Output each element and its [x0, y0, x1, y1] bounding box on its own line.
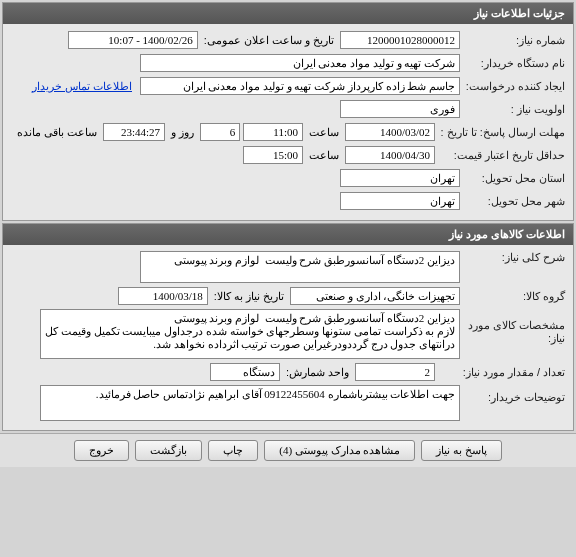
back-button[interactable]: بازگشت: [135, 440, 202, 461]
qty-input[interactable]: [355, 363, 435, 381]
buyer-label: نام دستگاه خریدار:: [460, 57, 565, 70]
days-left-input[interactable]: [200, 123, 240, 141]
d-city-input[interactable]: [340, 192, 460, 210]
panel2-header: اطلاعات کالاهای مورد نیاز: [3, 224, 573, 245]
price-valid-date-input[interactable]: [345, 146, 435, 164]
need-details-panel: جزئیات اطلاعات نیاز شماره نیاز: تاریخ و …: [2, 2, 574, 221]
priority-label: اولویت نیاز :: [460, 103, 565, 116]
request-no-input[interactable]: [340, 31, 460, 49]
unit-label: واحد شمارش:: [280, 366, 355, 379]
d-city-label: شهر محل تحویل:: [460, 195, 565, 208]
gen-desc-label: شرح کلی نیاز:: [460, 251, 565, 264]
contact-link[interactable]: اطلاعات تماس خریدار: [32, 80, 132, 93]
gen-desc-textarea[interactable]: [140, 251, 460, 283]
need-by-input[interactable]: [118, 287, 208, 305]
priority-input[interactable]: [340, 100, 460, 118]
reply-button[interactable]: پاسخ به نیاز: [421, 440, 502, 461]
goods-info-panel: اطلاعات کالاهای مورد نیاز شرح کلی نیاز: …: [2, 223, 574, 431]
group-label: گروه کالا:: [460, 290, 565, 303]
button-bar: پاسخ به نیاز مشاهده مدارک پیوستی (4) چاپ…: [0, 433, 576, 467]
need-by-label: تاریخ نیاز به کالا:: [208, 290, 290, 303]
unit-input[interactable]: [210, 363, 280, 381]
price-valid-label: حداقل تاریخ اعتبار قیمت:: [435, 149, 565, 162]
day-and-label: روز و: [165, 126, 200, 139]
time-label-2: ساعت: [303, 149, 345, 162]
creator-label: ایجاد کننده درخواست:: [460, 80, 565, 93]
spec-textarea[interactable]: [40, 309, 460, 359]
public-time-input[interactable]: [68, 31, 198, 49]
qty-label: تعداد / مقدار مورد نیاز:: [435, 366, 565, 379]
notes-label: توضیحات خریدار:: [460, 385, 565, 404]
price-valid-time-input[interactable]: [243, 146, 303, 164]
creator-input[interactable]: [140, 77, 460, 95]
spec-label: مشخصات کالای مورد نیاز:: [460, 309, 565, 345]
print-button[interactable]: چاپ: [208, 440, 258, 461]
attachments-button[interactable]: مشاهده مدارک پیوستی (4): [264, 440, 415, 461]
public-time-label: تاریخ و ساعت اعلان عمومی:: [198, 34, 340, 47]
notes-textarea[interactable]: [40, 385, 460, 421]
exit-button[interactable]: خروج: [74, 440, 129, 461]
d-province-input[interactable]: [340, 169, 460, 187]
request-no-label: شماره نیاز:: [460, 34, 565, 47]
deadline-time-input[interactable]: [243, 123, 303, 141]
remaining-label: ساعت باقی مانده: [11, 126, 103, 139]
deadline-date-input[interactable]: [345, 123, 435, 141]
panel1-header: جزئیات اطلاعات نیاز: [3, 3, 573, 24]
time-label-1: ساعت: [303, 126, 345, 139]
d-province-label: استان محل تحویل:: [460, 172, 565, 185]
deadline-label: مهلت ارسال پاسخ: تا تاریخ :: [435, 126, 565, 139]
hms-left-input[interactable]: [103, 123, 165, 141]
group-input[interactable]: [290, 287, 460, 305]
buyer-input[interactable]: [140, 54, 460, 72]
